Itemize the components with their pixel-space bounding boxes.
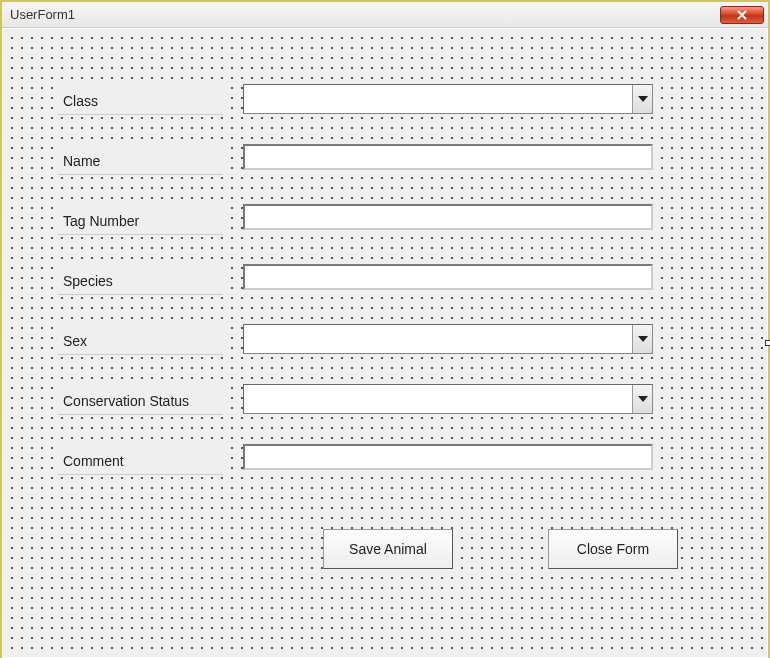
dropdown-button[interactable] [632, 85, 652, 113]
class-combobox[interactable] [243, 84, 653, 114]
chevron-down-icon [638, 396, 648, 402]
species-textbox[interactable] [243, 264, 653, 290]
close-form-label: Close Form [577, 541, 649, 557]
form-designer-surface[interactable]: Class Name Tag Number Species [3, 29, 767, 657]
label-comment: Comment [58, 447, 223, 475]
save-label: Save Animal [349, 541, 427, 557]
dropdown-button[interactable] [632, 385, 652, 413]
titlebar: UserForm1 [2, 2, 768, 28]
comment-textbox[interactable] [243, 444, 653, 470]
label-class: Class [58, 87, 223, 115]
label-comment-text: Comment [63, 453, 124, 469]
sex-combobox[interactable] [243, 324, 653, 354]
conservation-combobox[interactable] [243, 384, 653, 414]
label-species: Species [58, 267, 223, 295]
chevron-down-icon [638, 336, 648, 342]
label-conservation: Conservation Status [58, 387, 223, 415]
save-animal-button[interactable]: Save Animal [323, 529, 453, 569]
tag-number-textbox[interactable] [243, 204, 653, 230]
label-sex-text: Sex [63, 333, 87, 349]
label-sex: Sex [58, 327, 223, 355]
label-conservation-text: Conservation Status [63, 393, 189, 409]
label-tag-number-text: Tag Number [63, 213, 139, 229]
label-name-text: Name [63, 153, 100, 169]
sex-value [244, 325, 632, 353]
window-title: UserForm1 [10, 7, 75, 22]
name-textbox[interactable] [243, 144, 653, 170]
label-tag-number: Tag Number [58, 207, 223, 235]
resize-handle[interactable] [765, 340, 770, 346]
close-form-button[interactable]: Close Form [548, 529, 678, 569]
label-class-text: Class [63, 93, 98, 109]
chevron-down-icon [638, 96, 648, 102]
label-name: Name [58, 147, 223, 175]
close-window-button[interactable] [720, 6, 764, 24]
dropdown-button[interactable] [632, 325, 652, 353]
close-icon [736, 10, 748, 20]
userform-window: UserForm1 Class Name Tag Number [0, 0, 770, 658]
conservation-value [244, 385, 632, 413]
label-species-text: Species [63, 273, 113, 289]
class-value [244, 85, 632, 113]
